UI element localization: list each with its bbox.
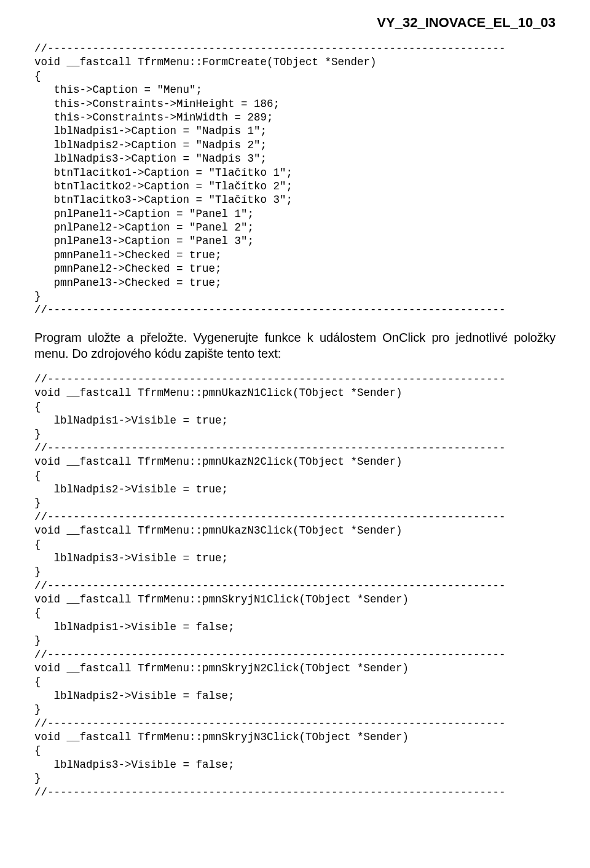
page: VY_32_INOVACE_EL_10_03 //---------------… <box>0 0 590 868</box>
rule-line: //--------------------------------------… <box>34 373 506 385</box>
code-body: void __fastcall TfrmMenu::pmnSkryjN3Clic… <box>34 731 409 784</box>
rule-line: //--------------------------------------… <box>34 42 506 55</box>
code-body: void __fastcall TfrmMenu::pmnUkazN1Click… <box>34 387 403 440</box>
code-block-ukazn1: //--------------------------------------… <box>34 373 556 799</box>
code-body: void __fastcall TfrmMenu::pmnUkazN3Click… <box>34 524 403 578</box>
rule-line: //--------------------------------------… <box>34 717 506 730</box>
rule-line: //--------------------------------------… <box>34 511 506 523</box>
code-body: void __fastcall TfrmMenu::pmnSkryjN2Clic… <box>34 662 409 716</box>
code-body: void __fastcall TfrmMenu::FormCreate(TOb… <box>34 56 377 302</box>
rule-line: //--------------------------------------… <box>34 580 506 592</box>
rule-line: //--------------------------------------… <box>34 304 506 316</box>
code-body: void __fastcall TfrmMenu::pmnUkazN2Click… <box>34 456 403 509</box>
code-body: void __fastcall TfrmMenu::pmnSkryjN1Clic… <box>34 593 409 647</box>
rule-line: //--------------------------------------… <box>34 786 506 799</box>
rule-line: //--------------------------------------… <box>34 442 506 454</box>
code-block-formcreate: //--------------------------------------… <box>34 42 556 317</box>
document-id: VY_32_INOVACE_EL_10_03 <box>34 15 556 31</box>
rule-line: //--------------------------------------… <box>34 649 506 661</box>
instruction-paragraph: Program uložte a přeložte. Vygenerujte f… <box>34 329 556 361</box>
